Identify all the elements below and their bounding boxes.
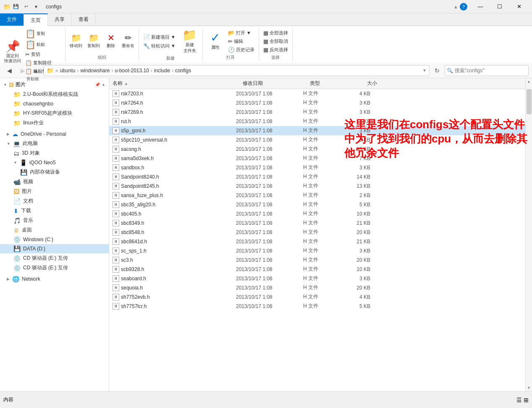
table-row[interactable]: H sbc8349.h 2013/10/17 1:08 H 文件 21 KB	[109, 218, 525, 228]
table-row[interactable]: H sc3.h 2013/10/17 1:08 H 文件 20 KB	[109, 255, 525, 265]
paste-button[interactable]: 📋 粘贴	[24, 39, 63, 50]
newitem-button[interactable]: 📄新建项目 ▼	[142, 33, 177, 41]
sidebar-item-internal[interactable]: 💾 内部存储设备	[0, 167, 109, 177]
maximize-button[interactable]: ☐	[490, 0, 509, 13]
undo-button[interactable]: ↩	[21, 2, 31, 11]
tab-file[interactable]: 文件	[0, 13, 24, 26]
path-configs[interactable]: configs	[175, 68, 191, 74]
sidebar-item-chaosehgnbo[interactable]: 📁 chaosehgnbo	[0, 99, 109, 108]
sidebar-item-desktop[interactable]: 🖥 桌面	[0, 225, 109, 235]
table-row[interactable]: H rsk7264.h 2013/10/17 1:08 H 文件 3 KB	[109, 98, 525, 108]
scroll-down-btn[interactable]: ▼	[526, 384, 532, 391]
sidebar-item-windows-c[interactable]: 💿 Windows (C:)	[0, 235, 109, 244]
minimize-button[interactable]: —	[471, 0, 490, 13]
path-uboot[interactable]: u-boot-2013.10	[115, 68, 149, 74]
path-windowshare[interactable]: windowshare	[80, 68, 110, 74]
table-row[interactable]: H s5pc210_universal.h 2013/10/17 1:08 H …	[109, 135, 525, 145]
col-header-type[interactable]: 类型	[310, 80, 343, 87]
3d-icon: 🗂	[13, 150, 19, 157]
properties-button[interactable]: ✓ 属性	[205, 31, 225, 51]
sidebar-item-data-d[interactable]: 💾 DATA (D:)	[0, 244, 109, 253]
path-ubuntu[interactable]: ubuntu	[60, 68, 76, 74]
table-row[interactable]: H sbc8548.h 2013/10/17 1:08 H 文件 20 KB	[109, 228, 525, 237]
up-button[interactable]: ▲	[30, 65, 42, 76]
table-row[interactable]: H s5p_goni.h 2013/10/17 1:08 H 文件 3 KB	[109, 126, 525, 135]
table-row[interactable]: H rsk7269.h 2013/10/17 1:08 H 文件 3 KB	[109, 108, 525, 117]
tab-view[interactable]: 查看	[72, 13, 96, 26]
table-row[interactable]: H sbc405.h 2013/10/17 1:08 H 文件 10 KB	[109, 209, 525, 218]
col-header-date[interactable]: 修改日期	[243, 80, 310, 87]
list-view-icon[interactable]: ☰	[516, 397, 522, 403]
copy-button[interactable]: 📋 复制	[24, 29, 63, 39]
table-row[interactable]: H sacsng.h 2013/10/17 1:08 H 文件 35 KB	[109, 145, 525, 154]
table-row[interactable]: H sama5d3xek.h 2013/10/17 1:08 H 文件 7 KB	[109, 154, 525, 163]
table-row[interactable]: H sandbox.h 2013/10/17 1:08 H 文件 3 KB	[109, 163, 525, 172]
sidebar-item-thispc[interactable]: ▼ 💻 此电脑	[0, 139, 109, 148]
scroll-thumb[interactable]	[527, 89, 532, 114]
address-path[interactable]: 📁 « ubuntu › windowshare › u-boot-2013.1…	[44, 65, 430, 76]
table-row[interactable]: H sh7757lcr.h 2013/10/17 1:08 H 文件 5 KB	[109, 302, 525, 311]
table-row[interactable]: H sc_sps_1.h 2013/10/17 1:08 H 文件 3 KB	[109, 246, 525, 255]
forward-button[interactable]: ▶	[17, 65, 29, 76]
tab-share[interactable]: 共享	[48, 13, 72, 26]
sidebar-item-video[interactable]: 📹 视频	[0, 177, 109, 187]
sidebar-item-cd-e2[interactable]: 💿 CD 驱动器 (E:) 互传	[0, 263, 109, 273]
newfolder-button[interactable]: 📁 新建文件夹	[180, 29, 200, 55]
edit-button[interactable]: ✏编辑	[226, 37, 256, 45]
scroll-up-btn[interactable]: ▲	[526, 78, 532, 85]
sidebar-item-pictures2[interactable]: 🖼 图片	[0, 187, 109, 196]
scrollbar-right[interactable]: ▲ ▼	[525, 78, 532, 391]
table-row[interactable]: H sbc8641d.h 2013/10/17 1:08 H 文件 21 KB	[109, 237, 525, 246]
cut-button[interactable]: ✂剪切	[24, 50, 63, 58]
table-row[interactable]: H rut.h 2013/10/17 1:08 H 文件 3 KB	[109, 117, 525, 126]
table-row[interactable]: H sbc35_a9g20.h 2013/10/17 1:08 H 文件 5 K…	[109, 200, 525, 209]
selectall-button[interactable]: ▦全部选择	[262, 29, 290, 37]
table-row[interactable]: H sh7752evb.h 2013/10/17 1:08 H 文件 4 KB	[109, 292, 525, 302]
sidebar-item-hysrf05[interactable]: 📁 HY-SRF05超声波模块	[0, 108, 109, 118]
table-row[interactable]: H Sandpoint8240.h 2013/10/17 1:08 H 文件 1…	[109, 172, 525, 182]
tab-home[interactable]: 主页	[24, 13, 48, 26]
sidebar-item-documents[interactable]: 📄 文档	[0, 196, 109, 206]
sidebar-item-network[interactable]: ▶ 🌐 Network	[0, 274, 109, 284]
close-button[interactable]: ✕	[509, 0, 529, 13]
ribbon-group-organize: 📁 移动到 📁 复制到 ✕ 删除 ✏ 重命名	[66, 28, 139, 61]
path-dropdown-icon[interactable]: ▼	[422, 68, 427, 73]
help-icon[interactable]: ?	[460, 3, 467, 11]
quicktools-dropdown[interactable]: ▼	[31, 2, 41, 11]
sidebar-item-cd-e1[interactable]: 💿 CD 驱动器 (E:) 互传	[0, 253, 109, 263]
sidebar-item-3dobjects[interactable]: 🗂 3D 对象	[0, 148, 109, 158]
moveto-button[interactable]: 📁 移动到	[68, 33, 84, 50]
search-box[interactable]: 🔍	[445, 65, 529, 76]
rename-button[interactable]: ✏ 重命名	[120, 33, 136, 50]
back-button[interactable]: ◀	[3, 65, 15, 76]
sidebar-pictures-header[interactable]: ▼ 🖼 图片 📌 ▲	[0, 80, 109, 89]
sidebar-item-onedrive[interactable]: ▶ ☁ OneDrive - Personal	[0, 129, 109, 139]
delete-button[interactable]: ✕ 删除	[103, 33, 118, 50]
open-button[interactable]: 📂打开 ▼	[226, 29, 256, 37]
table-row[interactable]: H Sandpoint8245.h 2013/10/17 1:08 H 文件 1…	[109, 182, 525, 191]
refresh-button[interactable]: ↻	[431, 65, 443, 76]
col-header-size[interactable]: 大小	[343, 80, 377, 87]
table-row[interactable]: H sequoia.h 2013/10/17 1:08 H 文件 20 KB	[109, 283, 525, 292]
history-button[interactable]: 🕐历史记录	[226, 46, 256, 54]
search-input[interactable]	[455, 68, 528, 74]
table-row[interactable]: H sansa_fuze_plus.h 2013/10/17 1:08 H 文件…	[109, 191, 525, 200]
sidebar-item-uboot[interactable]: 📁 2.U-Boot和系统移植实战	[0, 89, 109, 99]
invertselect-button[interactable]: ▦反向选择	[262, 46, 290, 54]
save-button[interactable]: 💾	[11, 2, 21, 11]
sidebar-item-downloads[interactable]: ⬇ 下载	[0, 206, 109, 216]
table-row[interactable]: H scb9328.h 2013/10/17 1:08 H 文件 10 KB	[109, 265, 525, 274]
detail-view-icon[interactable]: ⊞	[524, 397, 529, 403]
easyaccess-button[interactable]: 🔧轻松访问 ▼	[142, 42, 177, 50]
col-header-name[interactable]: 名称 ▲	[113, 80, 243, 87]
selectnone-button[interactable]: ▦全部取消	[262, 37, 290, 45]
table-row[interactable]: H rsk7203.h 2013/10/17 1:08 H 文件 4 KB	[109, 89, 525, 98]
sidebar-item-iqoo[interactable]: ▼ 📱 iQOO Neo5	[0, 158, 109, 167]
file-size-cell: 3 KB	[337, 109, 370, 115]
copyto-button[interactable]: 📁 复制到	[86, 33, 102, 50]
pin-to-quickaccess-button[interactable]: 📌 固定到快速访问	[3, 40, 23, 64]
table-row[interactable]: H seaboard.h 2013/10/17 1:08 H 文件 3 KB	[109, 274, 525, 283]
sidebar-item-music[interactable]: 🎵 音乐	[0, 216, 109, 225]
sidebar-item-linux[interactable]: 📁 linux作业	[0, 118, 109, 128]
path-include[interactable]: include	[154, 68, 170, 74]
